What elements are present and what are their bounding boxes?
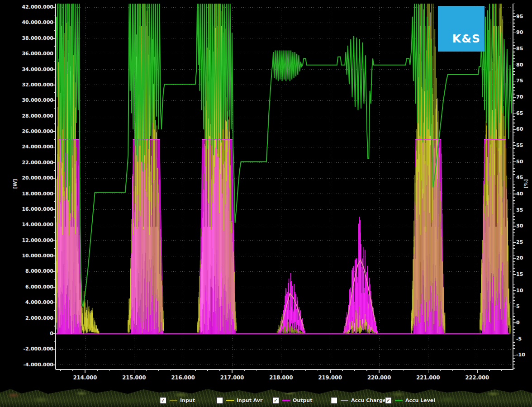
y-left-tick-label: 30.000.000 — [0, 97, 53, 103]
y-left-tick-label: 34.000.000 — [0, 66, 53, 72]
y-right-tick-label: 15 — [516, 271, 532, 277]
output-checkbox[interactable]: ✓ — [272, 397, 279, 404]
ks-logo: K&S — [438, 6, 484, 52]
x-tick-label: 218.000 — [263, 374, 299, 381]
x-tick-label: 222.000 — [459, 374, 495, 381]
y-right-tick-label: 80 — [516, 62, 532, 68]
y-left-tick-label: 2.000.000 — [0, 315, 53, 321]
legend-item-accu-level: ✓Accu Level — [385, 396, 435, 404]
y-left-tick-label: 42.000.000 — [0, 4, 53, 10]
y-left-tick-label: 20.000.000 — [0, 175, 53, 181]
y-right-tick-label: 70 — [516, 94, 532, 100]
legend-item-accu-charge: Accu Charge — [331, 396, 386, 404]
x-tick-label: 220.000 — [361, 374, 397, 381]
accu-charge-swatch — [341, 400, 348, 401]
y-right-tick-label: 95 — [516, 14, 532, 19]
accu-charge-checkbox[interactable] — [331, 397, 337, 404]
x-tick-label: 216.000 — [165, 374, 201, 381]
ks-logo-text: K&S — [452, 32, 480, 45]
x-tick-label: 219.000 — [312, 374, 348, 381]
x-tick-label: 217.000 — [214, 374, 250, 381]
y-left-tick-label: 36.000.000 — [0, 51, 53, 57]
legend-item-input: ✓Input — [160, 396, 195, 404]
y-right-tick-label: 5 — [516, 303, 532, 309]
y-left-tick-label: 16.000.000 — [0, 206, 53, 212]
y-right-tick-label: 25 — [516, 239, 532, 245]
y-right-unit-label: [%] — [523, 179, 529, 189]
legend: ✓InputInput Avr✓OutputAccu Charge✓Accu L… — [0, 395, 532, 404]
input-avr-label: Input Avr — [237, 398, 262, 403]
y-left-tick-label: 26.000.000 — [0, 128, 53, 134]
y-left-tick-label: 40.000.000 — [0, 19, 53, 25]
y-left-tick-label: 22.000.000 — [0, 160, 53, 166]
y-right-tick-label: 30 — [516, 223, 532, 229]
legend-item-output: ✓Output — [272, 396, 312, 404]
y-left-tick-label: 14.000.000 — [0, 222, 53, 227]
y-left-tick-label: 4.000.000 — [0, 299, 53, 305]
y-right-tick-label: -10 — [516, 352, 532, 358]
accu-level-swatch — [395, 400, 403, 401]
y-left-unit-label: [W] — [12, 179, 18, 189]
y-left-tick-label: 0 — [0, 331, 53, 336]
y-right-tick-label: 65 — [516, 110, 532, 116]
y-right-tick-label: 85 — [516, 46, 532, 52]
y-left-tick-label: 18.000.000 — [0, 191, 53, 197]
accu-level-label: Accu Level — [405, 398, 435, 403]
y-right-tick-label: 75 — [516, 78, 532, 84]
y-left-tick-label: -2.000.000 — [0, 346, 53, 352]
y-right-tick-label: 20 — [516, 255, 532, 261]
accu-level-checkbox[interactable]: ✓ — [385, 397, 392, 404]
y-right-tick-label: 60 — [516, 126, 532, 132]
y-left-tick-label: -4.000.000 — [0, 362, 53, 368]
accu-charge-label: Accu Charge — [351, 398, 386, 403]
y-left-tick-label: 10.000.000 — [0, 253, 53, 259]
y-right-tick-label: 50 — [516, 159, 532, 165]
input-label: Input — [180, 398, 195, 403]
y-right-tick-label: 55 — [516, 142, 532, 148]
y-left-tick-label: 24.000.000 — [0, 144, 53, 150]
y-left-tick-label: 12.000.000 — [0, 237, 53, 243]
output-label: Output — [293, 398, 312, 403]
legend-item-input-avr: Input Avr — [216, 396, 262, 404]
y-right-tick-label: 0 — [516, 320, 532, 326]
input-avr-swatch — [226, 400, 234, 401]
y-right-tick-label: 90 — [516, 29, 532, 35]
x-tick-label: 221.000 — [410, 374, 446, 381]
x-tick-label: 215.000 — [116, 374, 152, 381]
y-left-tick-label: 6.000.000 — [0, 284, 53, 290]
y-left-tick-label: 38.000.000 — [0, 35, 53, 41]
y-left-tick-label: 28.000.000 — [0, 113, 53, 119]
y-right-tick-label: 40 — [516, 191, 532, 197]
y-right-tick-label: 35 — [516, 207, 532, 213]
x-tick-label: 214.000 — [67, 374, 103, 381]
input-checkbox[interactable]: ✓ — [160, 397, 166, 404]
y-left-tick-label: 32.000.000 — [0, 82, 53, 88]
y-right-tick-label: 10 — [516, 288, 532, 293]
y-left-tick-label: 8.000.000 — [0, 268, 53, 274]
input-swatch — [170, 400, 177, 401]
input-avr-checkbox[interactable] — [216, 397, 223, 404]
y-right-tick-label: -5 — [516, 336, 532, 342]
output-swatch — [282, 400, 290, 401]
chart-window: 42.000.00040.000.00038.000.00036.000.000… — [0, 0, 532, 407]
